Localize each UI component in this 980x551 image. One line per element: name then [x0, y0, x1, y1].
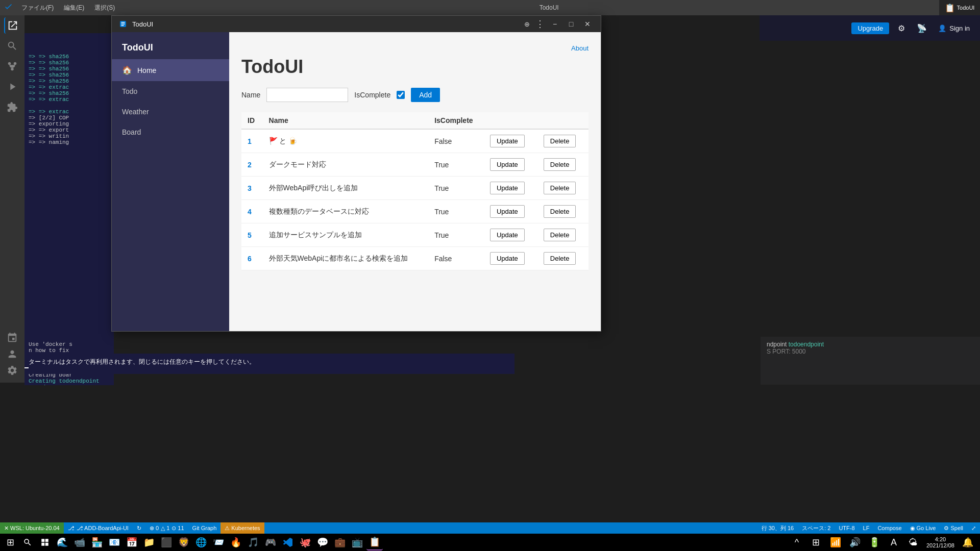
bterm-1: Use 'docker s — [29, 341, 110, 347]
taskbar-edge[interactable]: 🌊 — [54, 534, 70, 550]
status-spell[interactable]: ⚙ Spell — [940, 522, 967, 534]
status-wsl[interactable]: ✕ WSL: Ubuntu-20.04 — [0, 522, 64, 534]
delete-button[interactable]: Delete — [544, 229, 576, 241]
activity-explorer[interactable] — [4, 17, 20, 34]
taskbar-todouri-active[interactable]: 📋 — [366, 534, 383, 550]
menu-edit[interactable]: 編集(E) — [61, 3, 87, 13]
taskbar-taskview[interactable] — [37, 534, 53, 550]
delete-button[interactable]: Delete — [544, 158, 576, 171]
status-git-graph[interactable]: Git Graph — [188, 522, 221, 534]
nav-item-board[interactable]: Board — [112, 122, 229, 142]
nav-item-weather[interactable]: Weather — [112, 102, 229, 122]
taskbar-gitkraken[interactable]: 🐙 — [297, 534, 313, 550]
add-button[interactable]: Add — [411, 88, 440, 102]
taskbar-search[interactable] — [19, 534, 36, 550]
menu-file[interactable]: ファイル(F) — [18, 3, 57, 13]
tray-network[interactable]: 📶 — [827, 534, 844, 550]
taskbar-obs[interactable]: 📺 — [349, 534, 365, 550]
nav-item-home[interactable]: 🏠 Home — [112, 59, 229, 81]
nav-item-todo[interactable]: Todo — [112, 81, 229, 102]
delete-button[interactable]: Delete — [544, 182, 576, 194]
status-spaces[interactable]: スペース: 2 — [798, 522, 835, 534]
sync-icon: ↻ — [137, 525, 141, 532]
activity-extensions[interactable] — [4, 99, 20, 115]
name-input[interactable] — [266, 88, 348, 102]
status-lf[interactable]: LF — [859, 522, 874, 534]
status-go-live[interactable]: ◉ Go Live — [906, 522, 940, 534]
tray-chevron[interactable]: ^ — [789, 534, 805, 550]
spaces-label: スペース: 2 — [802, 524, 830, 532]
line-col-label: 行 30、列 16 — [762, 524, 794, 532]
taskbar-store[interactable]: 🏪 — [89, 534, 105, 550]
maximize-button[interactable]: □ — [564, 18, 578, 30]
taskbar-outlook[interactable]: 📨 — [210, 534, 227, 550]
upgrade-button[interactable]: Upgrade — [851, 22, 889, 34]
activity-account[interactable] — [4, 346, 20, 362]
minimize-button[interactable]: − — [548, 18, 562, 30]
broadcast-icon[interactable]: 📡 — [914, 20, 930, 36]
activity-settings[interactable] — [4, 362, 20, 379]
more-button[interactable]: ⋮ — [534, 18, 546, 30]
signin-button[interactable]: 👤 Sign in — [934, 22, 974, 34]
update-button[interactable]: Update — [490, 158, 525, 171]
activity-remote[interactable] — [4, 330, 20, 346]
taskbar-todouri-app[interactable]: 📋 TodoUI — [939, 0, 980, 15]
taskbar-cmd[interactable]: ⬛ — [158, 534, 175, 550]
delete-button[interactable]: Delete — [544, 205, 576, 218]
svg-point-2 — [14, 62, 17, 65]
clock[interactable]: 4:20 2021/12/08 — [924, 536, 957, 548]
menu-select[interactable]: 選択(S) — [91, 3, 118, 13]
status-encoding[interactable]: UTF-8 — [835, 522, 859, 534]
status-kubernetes[interactable]: ⚠ Kubernetes — [220, 522, 264, 534]
status-errors[interactable]: ⊗ 0 △ 1 ⊙ 11 — [145, 522, 188, 534]
cell-name: 複数種類のデータベースに対応 — [263, 200, 429, 223]
todouri-app-label: TodoUI — [957, 5, 975, 11]
taskbar-slack[interactable]: 💼 — [332, 534, 348, 550]
data-table: ID Name IsComplete 1 🚩 と 🍺 False Update … — [241, 112, 589, 270]
taskbar-calendar[interactable]: 📅 — [124, 534, 140, 550]
settings-icon[interactable]: ⚙ — [893, 20, 910, 36]
taskbar-spotify[interactable]: 🎵 — [245, 534, 261, 550]
taskbar-explorer[interactable]: 📁 — [141, 534, 157, 550]
tray-font[interactable]: A — [886, 534, 902, 550]
status-compose[interactable]: Compose — [873, 522, 905, 534]
compose-label: Compose — [877, 525, 901, 531]
activity-run[interactable] — [4, 79, 20, 95]
delete-button[interactable]: Delete — [544, 135, 576, 147]
update-button[interactable]: Update — [490, 205, 525, 218]
vscode-icon — [4, 3, 14, 13]
taskbar-brave[interactable]: 🦁 — [176, 534, 192, 550]
window-app-icon — [118, 19, 128, 29]
update-button[interactable]: Update — [490, 252, 525, 265]
tray-apps[interactable]: ⊞ — [808, 534, 824, 550]
status-branch[interactable]: ⎇ ⎇ ADD-BoardApi-UI — [64, 522, 133, 534]
activity-search[interactable] — [4, 38, 20, 54]
taskbar-teams[interactable]: 📹 — [71, 534, 88, 550]
taskbar-chrome[interactable]: 🌐 — [193, 534, 209, 550]
tray-volume[interactable]: 🔊 — [847, 534, 863, 550]
update-button[interactable]: Update — [490, 182, 525, 194]
taskbar-discord[interactable]: 💬 — [314, 534, 331, 550]
activity-source-control[interactable] — [4, 58, 20, 74]
window-content: TodoUI 🏠 Home Todo Weather Board About T… — [112, 32, 601, 331]
status-line-col[interactable]: 行 30、列 16 — [757, 522, 798, 534]
taskbar-mail[interactable]: 📧 — [106, 534, 122, 550]
pin-button[interactable]: ⊕ — [521, 18, 532, 30]
tray-weather[interactable]: 🌤 — [905, 534, 921, 550]
about-link[interactable]: About — [571, 44, 589, 52]
update-button[interactable]: Update — [490, 135, 525, 147]
taskbar-phoenix[interactable]: 🔥 — [228, 534, 244, 550]
nav-item-home-label: Home — [137, 66, 156, 74]
close-button[interactable]: ✕ — [580, 18, 595, 30]
status-sync[interactable]: ↻ — [133, 522, 145, 534]
is-complete-checkbox[interactable] — [397, 91, 405, 99]
delete-button[interactable]: Delete — [544, 252, 576, 265]
update-button[interactable]: Update — [490, 229, 525, 241]
cell-iscomplete: True — [428, 177, 484, 200]
taskbar-vscode[interactable] — [280, 534, 296, 550]
status-fullscreen[interactable]: ⤢ — [967, 522, 980, 534]
start-button[interactable]: ⊞ — [2, 534, 18, 550]
taskbar-steam[interactable]: 🎮 — [262, 534, 279, 550]
tray-battery[interactable]: 🔋 — [866, 534, 883, 550]
notification-button[interactable]: 🔔 — [960, 534, 976, 550]
